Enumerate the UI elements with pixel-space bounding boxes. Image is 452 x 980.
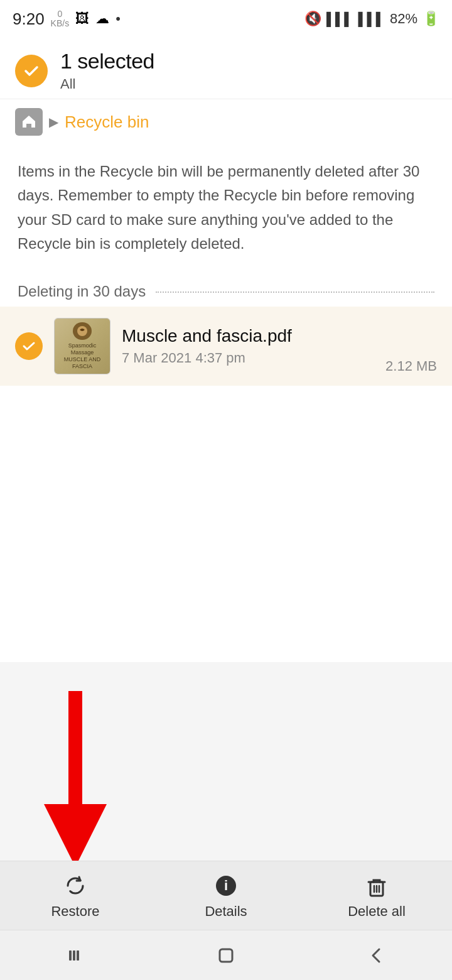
svg-text:i: i <box>224 878 228 893</box>
trash-icon <box>363 872 390 900</box>
select-all-circle[interactable] <box>15 55 48 87</box>
svg-rect-11 <box>73 950 75 961</box>
restore-button[interactable]: Restore <box>38 872 113 920</box>
nav-bar <box>0 930 452 980</box>
file-date: 7 Mar 2021 4:37 pm <box>122 350 374 366</box>
status-bar: 9:20 0 KB/s 🖼 ☁ • 🔇 ▌▌▌ ▌▌▌ 82% 🔋 <box>0 0 452 38</box>
svg-rect-12 <box>77 950 79 961</box>
file-thumbnail: Spasmodic MassageMUSCLE ANDFASCIA <box>54 318 110 374</box>
checkmark-icon <box>23 62 40 80</box>
nav-back-button[interactable] <box>352 940 402 971</box>
signal2-icon: ▌▌▌ <box>358 12 385 26</box>
restore-label: Restore <box>51 903 99 920</box>
info-message-text: Items in the Recycle bin will be permane… <box>18 163 419 252</box>
breadcrumb: ▶ Recycle bin <box>0 99 452 144</box>
file-item[interactable]: Spasmodic MassageMUSCLE ANDFASCIA Muscle… <box>0 307 452 386</box>
arrow-annotation <box>38 691 113 867</box>
header-right: 1 selected All <box>60 49 154 92</box>
home-icon[interactable] <box>15 108 43 136</box>
status-kb: 0 KB/s <box>51 9 70 29</box>
signal-icon: ▌▌▌ <box>326 12 353 26</box>
breadcrumb-recycle-bin[interactable]: Recycle bin <box>65 112 149 132</box>
nav-back-icon <box>365 944 388 967</box>
file-info: Muscle and fascia.pdf 7 Mar 2021 4:37 pm <box>122 326 374 366</box>
cloud-icon: ☁ <box>95 11 109 27</box>
red-arrow-icon <box>38 691 113 867</box>
file-checkmark-icon <box>21 339 36 354</box>
empty-area <box>0 386 452 662</box>
header: 1 selected All <box>0 38 452 99</box>
status-icons: 🔇 ▌▌▌ ▌▌▌ 82% 🔋 <box>304 11 439 27</box>
nav-home-icon <box>215 944 237 967</box>
nav-menu-button[interactable] <box>50 940 100 971</box>
battery-label: 82% <box>390 11 417 27</box>
deleting-label: Deleting in 30 days <box>18 283 146 300</box>
battery-icon: 🔋 <box>422 11 439 27</box>
nav-menu-icon <box>64 944 87 967</box>
details-label: Details <box>205 903 247 920</box>
all-label: All <box>60 76 154 92</box>
file-size: 2.12 MB <box>385 358 437 374</box>
divider-dotted <box>156 291 434 293</box>
svg-rect-10 <box>69 950 72 961</box>
nav-home-button[interactable] <box>201 940 251 971</box>
breadcrumb-arrow-icon: ▶ <box>49 114 58 129</box>
status-time: 9:20 <box>13 9 45 29</box>
image-icon: 🖼 <box>75 11 89 27</box>
restore-icon <box>62 872 89 900</box>
selected-count-text: 1 selected <box>60 49 154 74</box>
deleting-header: Deleting in 30 days <box>0 271 452 307</box>
bottom-toolbar: Restore i Details Delete all <box>0 861 452 930</box>
details-button[interactable]: i Details <box>188 872 264 920</box>
thumbnail-graphic <box>73 322 92 340</box>
mute-icon: 🔇 <box>304 11 321 27</box>
delete-all-button[interactable]: Delete all <box>339 872 414 920</box>
file-checkbox[interactable] <box>15 332 43 360</box>
file-name: Muscle and fascia.pdf <box>122 326 374 346</box>
svg-marker-2 <box>44 804 107 867</box>
info-message: Items in the Recycle bin will be permane… <box>0 144 452 271</box>
details-icon: i <box>212 872 240 900</box>
svg-rect-13 <box>220 949 232 962</box>
dot-indicator: • <box>116 11 121 27</box>
delete-all-label: Delete all <box>348 903 406 920</box>
